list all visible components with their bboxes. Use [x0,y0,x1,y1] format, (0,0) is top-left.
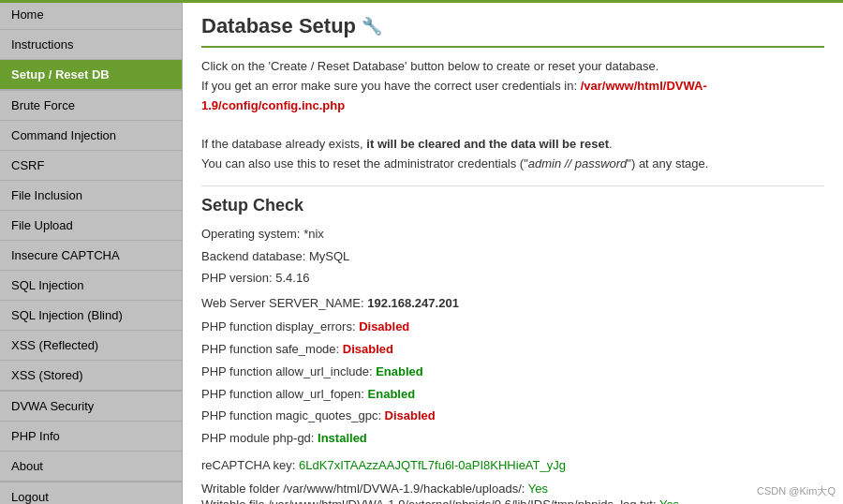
page-title: Database Setup 🔧 [201,14,824,48]
php-version-row: PHP version: 5.4.16 [201,269,824,289]
sidebar-item-setup[interactable]: Setup / Reset DB [0,60,182,90]
sidebar-item-file-upload[interactable]: File Upload [0,211,182,241]
divider-1 [201,185,824,186]
sidebar-item-sql-injection-blind[interactable]: SQL Injection (Blind) [0,301,182,331]
sidebar-item-about[interactable]: About [0,452,182,482]
sidebar-item-home[interactable]: Home [0,0,182,30]
sidebar-item-insecure-captcha[interactable]: Insecure CAPTCHA [0,241,182,271]
php-check-row: PHP function safe_mode: Disabled [201,340,824,360]
main-content: Database Setup 🔧 Click on the 'Create / … [183,0,843,504]
db-row: Backend database: MySQL [201,247,824,267]
sidebar-item-instructions[interactable]: Instructions [0,30,182,60]
sidebar-item-command-injection[interactable]: Command Injection [0,121,182,151]
intro-paragraph: Click on the 'Create / Reset Database' b… [201,57,824,174]
title-text: Database Setup [201,14,356,38]
sidebar-item-csrf[interactable]: CSRF [0,151,182,181]
php-checks: PHP function display_errors: DisabledPHP… [201,318,824,449]
server-name-row: Web Server SERVER_NAME: 192.168.247.201 [201,296,824,310]
sidebar-item-php-info[interactable]: PHP Info [0,422,182,452]
sidebar-item-logout[interactable]: Logout [0,482,182,504]
sidebar: HomeInstructionsSetup / Reset DBBrute Fo… [0,0,183,504]
php-check-row: PHP function allow_url_include: Enabled [201,363,824,382]
top-bar [0,0,843,3]
php-check-row: PHP function display_errors: Disabled [201,318,824,337]
php-check-row: PHP function magic_quotes_gpc: Disabled [201,407,824,426]
recaptcha-row: reCAPTCHA key: 6LdK7xITAAzzAAJQTfL7fu6l-… [201,458,824,472]
sidebar-item-xss-reflected[interactable]: XSS (Reflected) [0,331,182,361]
sidebar-item-brute-force[interactable]: Brute Force [0,91,182,121]
sidebar-item-file-inclusion[interactable]: File Inclusion [0,181,182,211]
os-row: Operating system: *nix [201,225,824,245]
sidebar-item-xss-stored[interactable]: XSS (Stored) [0,361,182,391]
wrench-icon: 🔧 [362,16,382,37]
setup-check-title: Setup Check [201,196,824,215]
writable-row: Writable file /var/www/html/DVWA-1.9/ext… [201,497,824,504]
writable-row: Writable folder /var/www/html/DVWA-1.9/h… [201,482,824,496]
writable-rows: Writable folder /var/www/html/DVWA-1.9/h… [201,482,824,504]
sidebar-item-dvwa-security[interactable]: DVWA Security [0,392,182,422]
php-check-row: PHP module php-gd: Installed [201,429,824,449]
watermark: CSDN @Kim大Q [757,484,836,498]
config-path: /var/www/html/DVWA-1.9/config/config.inc… [201,79,707,112]
sidebar-item-sql-injection[interactable]: SQL Injection [0,271,182,301]
php-check-row: PHP function allow_url_fopen: Enabled [201,385,824,405]
